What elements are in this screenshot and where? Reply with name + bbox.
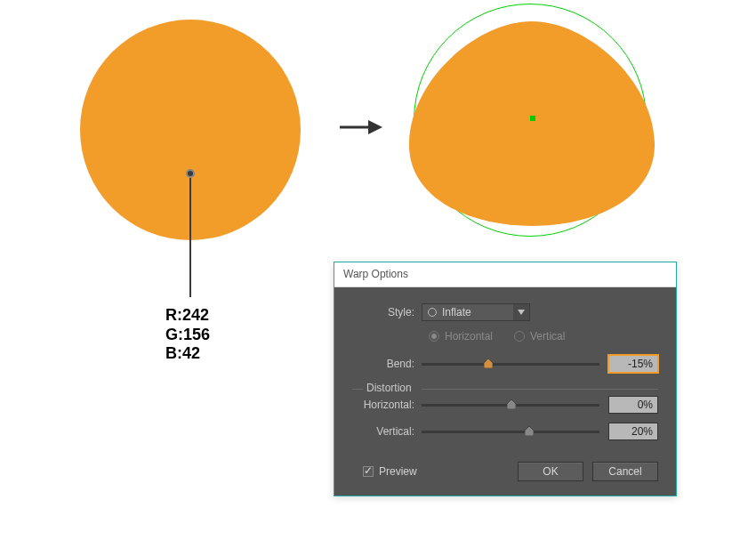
style-label: Style: bbox=[352, 306, 422, 318]
radio-label: Horizontal bbox=[445, 330, 493, 342]
style-dropdown[interactable]: Inflate bbox=[422, 303, 530, 321]
dialog-bottom-row: Preview OK Cancel bbox=[352, 462, 658, 481]
svg-marker-2 bbox=[518, 310, 525, 315]
radio-icon bbox=[429, 331, 439, 342]
bend-label: Bend: bbox=[352, 358, 422, 370]
color-b: B:42 bbox=[165, 344, 210, 364]
horizontal-label: Horizontal: bbox=[352, 399, 422, 411]
svg-marker-4 bbox=[507, 399, 516, 409]
tutorial-illustration: R:242 G:156 B:42 bbox=[0, 0, 756, 302]
horizontal-value-input[interactable]: 0% bbox=[608, 396, 658, 414]
vertical-slider-row: Vertical: 20% bbox=[352, 423, 658, 440]
slider-thumb-icon bbox=[484, 359, 493, 368]
bend-slider[interactable] bbox=[422, 363, 599, 366]
dialog-body: Style: Inflate Horizontal Vertical Bend: bbox=[334, 287, 676, 496]
warped-result-group bbox=[409, 4, 655, 249]
color-r: R:242 bbox=[165, 306, 210, 326]
bend-slider-row: Bend: -15% bbox=[352, 355, 658, 373]
radio-label: Vertical bbox=[530, 330, 565, 342]
svg-marker-3 bbox=[484, 359, 493, 368]
cancel-button[interactable]: Cancel bbox=[592, 462, 658, 481]
orientation-horizontal-radio[interactable]: Horizontal bbox=[429, 330, 493, 342]
checkbox-icon bbox=[363, 466, 374, 477]
dialog-titlebar[interactable]: Warp Options bbox=[334, 262, 676, 287]
style-value: Inflate bbox=[442, 306, 471, 318]
slider-thumb-icon bbox=[507, 399, 516, 409]
preview-checkbox[interactable]: Preview bbox=[363, 465, 417, 478]
vertical-label: Vertical: bbox=[352, 425, 422, 438]
vertical-value-input[interactable]: 20% bbox=[608, 423, 658, 440]
preview-label: Preview bbox=[379, 465, 417, 478]
callout-line bbox=[189, 178, 191, 297]
ok-button[interactable]: OK bbox=[518, 462, 583, 481]
orientation-radio-group: Horizontal Vertical bbox=[429, 330, 658, 342]
slider-thumb-icon bbox=[525, 426, 534, 436]
radio-icon bbox=[514, 331, 525, 342]
horizontal-slider[interactable] bbox=[422, 404, 599, 407]
distortion-label: Distortion bbox=[366, 382, 412, 394]
arrow-right-icon bbox=[338, 114, 382, 141]
bend-value-input[interactable]: -15% bbox=[608, 355, 658, 373]
distortion-section-header: Distortion bbox=[352, 382, 658, 396]
center-anchor-icon bbox=[530, 116, 535, 121]
svg-marker-1 bbox=[368, 120, 382, 134]
style-row: Style: Inflate bbox=[352, 303, 658, 321]
svg-marker-5 bbox=[525, 426, 534, 436]
chevron-down-icon bbox=[513, 304, 529, 320]
warp-options-dialog: Warp Options Style: Inflate Horizontal V… bbox=[334, 262, 677, 496]
anchor-point-icon bbox=[186, 169, 195, 178]
rgb-color-readout: R:242 G:156 B:42 bbox=[165, 306, 210, 364]
dialog-title: Warp Options bbox=[343, 268, 408, 280]
horizontal-slider-row: Horizontal: 0% bbox=[352, 396, 658, 414]
inflate-icon bbox=[428, 308, 437, 317]
color-g: G:156 bbox=[165, 326, 210, 345]
vertical-slider[interactable] bbox=[422, 431, 599, 433]
warped-shape bbox=[409, 18, 655, 228]
orientation-vertical-radio[interactable]: Vertical bbox=[514, 330, 565, 342]
